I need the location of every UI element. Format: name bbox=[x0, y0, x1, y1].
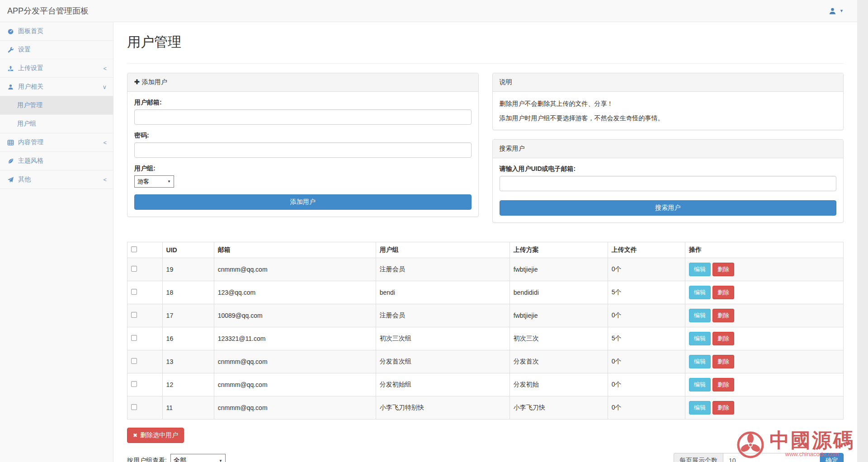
row-checkbox[interactable] bbox=[131, 289, 137, 295]
delete-button[interactable]: 删除 bbox=[712, 355, 734, 368]
group-filter-select[interactable]: 全部 ▼ bbox=[170, 454, 226, 462]
note-line: 添加用户时用户组不要选择游客，不然会发生奇怪的事情。 bbox=[500, 113, 837, 123]
user-menu[interactable]: ▼ bbox=[829, 7, 844, 15]
sidebar-subitem-user-management[interactable]: 用户管理 bbox=[0, 96, 113, 115]
group-filter: 按用户组查看: 全部 ▼ bbox=[127, 454, 226, 462]
leaf-icon bbox=[7, 158, 14, 165]
per-page-group: 每页展示个数 确定 bbox=[674, 453, 844, 462]
edit-button[interactable]: 编辑 bbox=[689, 309, 711, 322]
delete-button[interactable]: 删除 bbox=[712, 309, 734, 322]
search-input-label: 请输入用户UID或电子邮箱: bbox=[500, 165, 837, 173]
chevron-left-icon: < bbox=[103, 176, 107, 183]
select-caret-icon: ▼ bbox=[167, 179, 171, 184]
edit-button[interactable]: 编辑 bbox=[689, 332, 711, 345]
row-checkbox[interactable] bbox=[131, 266, 137, 272]
table-row: 16 123321@11.com 初次三次组 初次三次 5个 编辑删除 bbox=[127, 327, 844, 350]
table-header-row: UID 邮箱 用户组 上传方案 上传文件 操作 bbox=[127, 242, 844, 258]
group-filter-label: 按用户组查看: bbox=[127, 457, 167, 462]
sidebar-item-theme-style[interactable]: 主题风格 bbox=[0, 152, 113, 170]
sidebar-item-user-related[interactable]: 用户相关 ∨ bbox=[0, 78, 113, 96]
table-row: 18 123@qq.com bendi bendididi 5个 编辑删除 bbox=[127, 281, 844, 304]
search-user-button[interactable]: 搜索用户 bbox=[500, 200, 837, 216]
chevron-down-icon: ∨ bbox=[102, 84, 107, 90]
sidebar: 面板首页 设置 上传设置 < 用户相关 ∨ 用户管理 bbox=[0, 22, 113, 462]
delete-button[interactable]: 删除 bbox=[712, 401, 734, 415]
paper-plane-icon bbox=[7, 176, 14, 183]
select-caret-icon: ▼ bbox=[219, 459, 222, 462]
delete-button[interactable]: 删除 bbox=[712, 332, 734, 345]
sidebar-item-dashboard[interactable]: 面板首页 bbox=[0, 22, 113, 41]
sidebar-item-upload-settings[interactable]: 上传设置 < bbox=[0, 59, 113, 78]
panel-title: 说明 bbox=[500, 78, 512, 85]
row-checkbox[interactable] bbox=[131, 358, 137, 364]
col-header-email: 邮箱 bbox=[214, 242, 376, 258]
search-user-panel: 搜索用户 请输入用户UID或电子邮箱: 搜索用户 bbox=[492, 139, 844, 223]
sidebar-item-label: 用户相关 bbox=[18, 83, 43, 91]
dashboard-icon bbox=[7, 28, 14, 35]
sidebar-item-label: 面板首页 bbox=[18, 27, 43, 35]
sidebar-subitem-user-groups[interactable]: 用户组 bbox=[0, 115, 113, 133]
add-user-panel: ✚添加用户 用户邮箱: 密码: 用户组: 游客 ▼ 添加用户 bbox=[127, 73, 479, 217]
upload-icon bbox=[7, 65, 14, 72]
note-panel: 说明 删除用户不会删除其上传的文件、分享！ 添加用户时用户组不要选择游客，不然会… bbox=[492, 73, 844, 130]
page-title: 用户管理 bbox=[127, 33, 844, 64]
sidebar-item-label: 设置 bbox=[18, 46, 31, 54]
chevron-left-icon: < bbox=[103, 139, 107, 146]
note-line: 删除用户不会删除其上传的文件、分享！ bbox=[500, 99, 837, 108]
plus-icon: ✚ bbox=[134, 78, 140, 85]
row-checkbox[interactable] bbox=[131, 381, 137, 387]
search-input[interactable] bbox=[500, 176, 837, 191]
table-icon bbox=[7, 139, 14, 146]
edit-button[interactable]: 编辑 bbox=[689, 355, 711, 368]
col-header-files: 上传文件 bbox=[608, 242, 685, 258]
select-all-checkbox[interactable] bbox=[131, 246, 137, 252]
sidebar-item-other[interactable]: 其他 < bbox=[0, 170, 113, 189]
delete-button[interactable]: 删除 bbox=[712, 286, 734, 299]
sidebar-item-label: 主题风格 bbox=[18, 157, 43, 165]
user-icon bbox=[7, 84, 14, 90]
sidebar-item-content-management[interactable]: 内容管理 < bbox=[0, 133, 113, 152]
users-table: UID 邮箱 用户组 上传方案 上传文件 操作 19 cnmmm@qq.com … bbox=[127, 242, 844, 420]
email-label: 用户邮箱: bbox=[134, 99, 472, 107]
sidebar-item-settings[interactable]: 设置 bbox=[0, 41, 113, 59]
delete-button[interactable]: 删除 bbox=[712, 263, 734, 276]
user-group-select[interactable]: 游客 ▼ bbox=[134, 175, 174, 188]
table-row: 11 cnmmm@qq.com 小李飞刀特别快 小李飞刀快 0个 编辑删除 bbox=[127, 396, 844, 420]
sidebar-item-label: 内容管理 bbox=[18, 138, 43, 146]
table-row: 12 cnmmm@qq.com 分发初始组 分发初始 0个 编辑删除 bbox=[127, 373, 844, 396]
delete-button[interactable]: 删除 bbox=[712, 378, 734, 391]
email-field[interactable] bbox=[134, 109, 472, 125]
per-page-input[interactable] bbox=[723, 453, 820, 462]
row-checkbox[interactable] bbox=[131, 312, 137, 318]
edit-button[interactable]: 编辑 bbox=[689, 378, 711, 391]
add-user-button[interactable]: 添加用户 bbox=[134, 194, 472, 210]
user-group-label: 用户组: bbox=[134, 165, 472, 173]
panel-title: 添加用户 bbox=[142, 78, 167, 85]
delete-selected-button[interactable]: ✖删除选中用户 bbox=[127, 428, 184, 443]
password-field[interactable] bbox=[134, 142, 472, 158]
app-header: APP分发平台管理面板 ▼ bbox=[0, 0, 868, 22]
user-icon bbox=[829, 7, 836, 15]
confirm-button[interactable]: 确定 bbox=[820, 453, 844, 462]
wrench-icon bbox=[7, 47, 14, 53]
col-header-plan: 上传方案 bbox=[509, 242, 608, 258]
scrollbar-track[interactable] bbox=[857, 0, 868, 462]
add-user-panel-header[interactable]: ✚添加用户 bbox=[127, 73, 478, 92]
edit-button[interactable]: 编辑 bbox=[689, 263, 711, 276]
chevron-left-icon: < bbox=[103, 65, 107, 72]
row-checkbox[interactable] bbox=[131, 404, 137, 410]
password-label: 密码: bbox=[134, 132, 472, 140]
col-header-uid: UID bbox=[162, 242, 214, 258]
table-row: 17 10089@qq.com 注册会员 fwbtjiejie 0个 编辑删除 bbox=[127, 304, 844, 327]
search-panel-header: 搜索用户 bbox=[493, 140, 844, 158]
cross-icon: ✖ bbox=[133, 432, 137, 438]
edit-button[interactable]: 编辑 bbox=[689, 286, 711, 299]
col-header-group: 用户组 bbox=[376, 242, 509, 258]
row-checkbox[interactable] bbox=[131, 335, 137, 341]
main-content: 用户管理 ✚添加用户 用户邮箱: 密码: 用户组: 游客 ▼ bbox=[113, 22, 868, 462]
note-panel-header: 说明 bbox=[493, 73, 844, 92]
table-row: 13 cnmmm@qq.com 分发首次组 分发首次 0个 编辑删除 bbox=[127, 350, 844, 373]
table-row: 19 cnmmm@qq.com 注册会员 fwbtjiejie 0个 编辑删除 bbox=[127, 258, 844, 281]
app-title: APP分发平台管理面板 bbox=[7, 5, 89, 16]
edit-button[interactable]: 编辑 bbox=[689, 401, 711, 415]
